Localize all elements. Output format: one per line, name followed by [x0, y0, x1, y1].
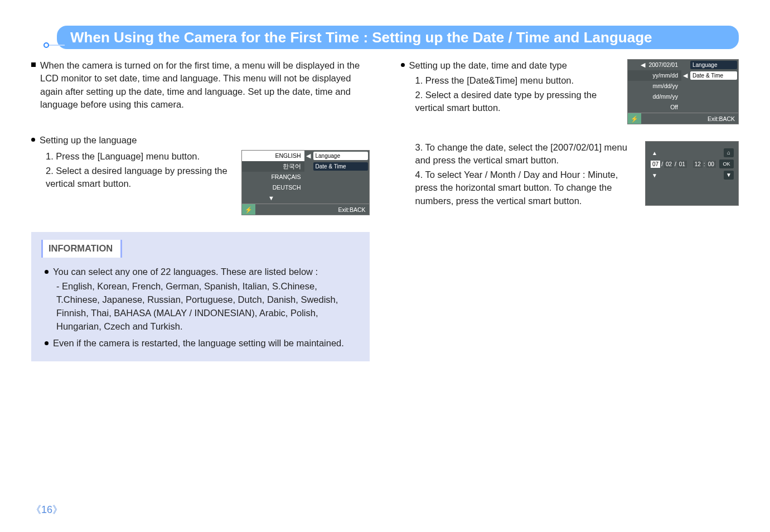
lcd-lang-opt-francais[interactable]: FRANÇAIS [242, 172, 304, 182]
signal-icon: ⚡ [628, 113, 641, 124]
date-step-2: 2. Select a desired date type by pressin… [415, 89, 619, 115]
home-icon[interactable]: ⌂ [724, 148, 734, 157]
date-heading-text: Setting up the date, time and date type [409, 59, 567, 72]
lcd-tab-language[interactable]: Language [313, 152, 368, 160]
page-number: 《16》 [31, 503, 62, 516]
lcd-lang-opt-korean[interactable]: 한국어 [242, 161, 304, 172]
dot-bullet-icon [31, 138, 35, 142]
lcd-tab-datetime[interactable]: Date & Time [690, 71, 737, 80]
info-item-1: You can select any one of 22 languages. … [53, 265, 360, 279]
minute-field[interactable]: 00 [706, 161, 716, 168]
lcd-date-menu: ◀2007/02/01 Language yy/mm/dd ◀ Date & T… [627, 59, 739, 124]
lang-step-1: 1. Press the [Language] menu button. [46, 150, 235, 163]
info-item-2: Even if the camera is restarted, the lan… [53, 337, 360, 350]
lcd-lang-opt-deutsch[interactable]: DEUTSCH [242, 182, 304, 193]
chevron-left-icon: ◀ [641, 61, 645, 68]
chevron-up-icon[interactable]: ▲ [650, 150, 659, 156]
lcd-date-setter: ▲ ⌂ 07/02/01 12:00 OK ▼ ▼ [645, 141, 739, 206]
lcd-date-opt-ddmmyy[interactable]: dd/mm/yy [628, 91, 681, 102]
lcd-date-opt-mmddyy[interactable]: mm/dd/yy [628, 81, 681, 91]
day-field[interactable]: 01 [677, 161, 687, 168]
date-value-row: 07/02/01 12:00 [650, 161, 716, 168]
square-bullet-icon [31, 62, 36, 67]
left-column: When the camera is turned on for the fir… [31, 59, 370, 361]
date-step-1: 1. Press the [Date&Time] menu button. [415, 74, 619, 87]
down-arrow-icon[interactable]: ▼ [724, 171, 734, 180]
information-box: INFORMATION You can select any one of 22… [31, 232, 370, 361]
chevron-down-icon[interactable]: ▼ [242, 193, 304, 204]
lcd-tab-datetime[interactable]: Date & Time [313, 162, 368, 171]
lcd-lang-opt-english[interactable]: ENGLISH [242, 151, 304, 161]
date-step-3: 3. To change the date, select the [2007/… [415, 141, 637, 167]
page-title: When Using the Camera for the First Time… [57, 26, 739, 49]
intro-paragraph: When the camera is turned on for the fir… [31, 59, 370, 112]
dot-bullet-icon [401, 63, 405, 67]
language-heading-text: Setting up the language [40, 134, 137, 147]
info-item-1-detail: - English, Korean, French, German, Spani… [56, 280, 360, 333]
lcd-exit-back[interactable]: Exit:BACK [708, 113, 738, 124]
lcd-date-opt-off[interactable]: Off [628, 102, 681, 113]
lang-step-2: 2. Select a desired language by pressing… [46, 165, 235, 191]
lcd-date-opt-yymmdd[interactable]: yy/mm/dd [628, 70, 681, 81]
right-column: Setting up the date, time and date type … [401, 59, 739, 361]
language-heading: Setting up the language [31, 134, 370, 147]
title-dot-icon [43, 42, 49, 48]
page-title-wrap: When Using the Camera for the First Time… [31, 18, 739, 49]
lcd-exit-back[interactable]: Exit:BACK [338, 204, 369, 215]
lcd-date-top[interactable]: 2007/02/01 [648, 61, 678, 68]
intro-text: When the camera is turned on for the fir… [40, 59, 370, 112]
dot-bullet-icon [45, 270, 49, 274]
month-field[interactable]: 02 [664, 161, 674, 168]
lcd-language-menu: ENGLISH ◀ Language 한국어 Date & Time FRANÇ… [241, 150, 370, 215]
dot-bullet-icon [45, 341, 49, 345]
ok-button[interactable]: OK [719, 159, 734, 168]
chevron-left-icon: ◀ [681, 70, 689, 81]
information-heading: INFORMATION [41, 240, 122, 258]
date-step-4: 4. To select Year / Month / Day and Hour… [415, 168, 637, 207]
lcd-tab-language[interactable]: Language [690, 61, 737, 69]
hour-field[interactable]: 12 [693, 161, 703, 168]
signal-icon: ⚡ [242, 204, 255, 215]
year-field[interactable]: 07 [651, 161, 660, 168]
title-stem [49, 45, 65, 46]
chevron-down-icon[interactable]: ▼ [650, 172, 659, 178]
chevron-left-icon: ◀ [304, 151, 312, 161]
